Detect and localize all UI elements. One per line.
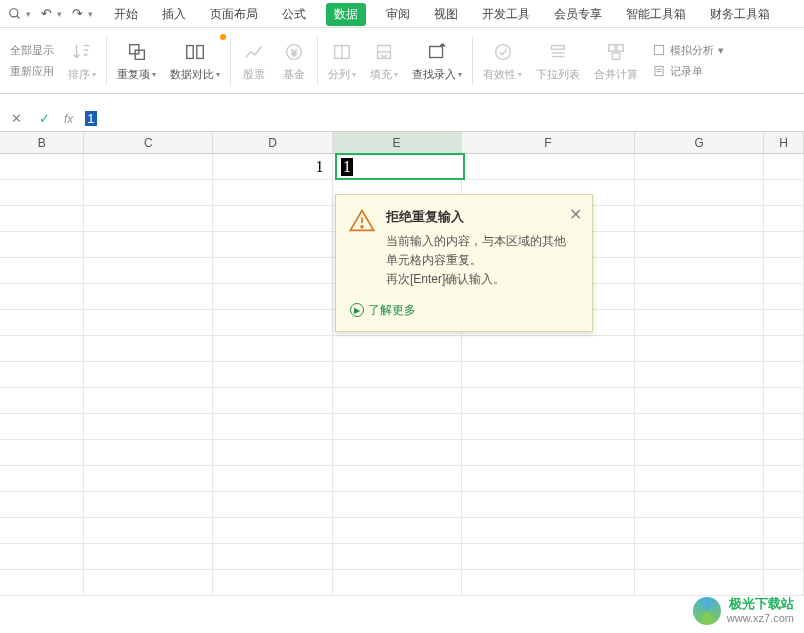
grid: 1 1 ✕ 拒绝重复输入 当前输入的内容，与本区域的其他单元格内容重复。 再次[…	[0, 154, 804, 596]
data-compare-button[interactable]: 数据对比▾	[164, 32, 226, 89]
chevron-down-icon: ▾	[458, 70, 462, 79]
find-input-button[interactable]: 查找录入▾	[406, 32, 468, 89]
watermark-icon	[693, 597, 721, 625]
svg-text:¥: ¥	[290, 48, 297, 58]
svg-rect-3	[135, 50, 144, 59]
dropdown-icon	[545, 39, 571, 65]
data-compare-label: 数据对比	[170, 67, 214, 82]
stock-label: 股票	[243, 67, 265, 82]
chevron-down-icon: ▾	[352, 70, 356, 79]
col-header-c[interactable]: C	[84, 132, 213, 153]
col-header-g[interactable]: G	[635, 132, 764, 153]
close-button[interactable]: ✕	[569, 205, 582, 224]
col-header-h[interactable]: H	[764, 132, 804, 153]
ribbon-filter-group: 全部显示 重新应用	[4, 32, 60, 89]
svg-rect-2	[129, 45, 138, 54]
fund-label: 基金	[283, 67, 305, 82]
column-headers: B C D E F G H	[0, 132, 804, 154]
grid-row[interactable]	[0, 388, 804, 414]
grid-row[interactable]	[0, 570, 804, 596]
confirm-button[interactable]: ✓	[36, 111, 52, 126]
svg-point-26	[361, 226, 363, 228]
popup-body: 当前输入的内容，与本区域的其他单元格内容重复。 再次[Enter]确认输入。	[386, 232, 576, 290]
ribbon-tabs: 开始 插入 页面布局 公式 数据 审阅 视图 开发工具 会员专享 智能工具箱 财…	[0, 0, 774, 28]
stock-button[interactable]: 股票	[235, 32, 273, 89]
tab-start[interactable]: 开始	[110, 2, 142, 27]
learn-more-label: 了解更多	[368, 302, 416, 319]
dropdown-label: 下拉列表	[536, 67, 580, 82]
separator	[230, 37, 231, 85]
split-button[interactable]: 分列▾	[322, 32, 362, 89]
sort-label: 排序	[68, 67, 90, 82]
validity-icon	[490, 39, 516, 65]
fill-button[interactable]: 填充▾	[364, 32, 404, 89]
chevron-down-icon: ▾	[394, 70, 398, 79]
cell[interactable]	[84, 154, 213, 179]
sort-button[interactable]: 排序▾	[62, 32, 102, 89]
popup-title: 拒绝重复输入	[386, 209, 576, 226]
svg-rect-4	[187, 46, 193, 59]
dropdown-button[interactable]: 下拉列表	[530, 32, 586, 89]
col-header-f[interactable]: F	[462, 132, 636, 153]
tab-smart-tools[interactable]: 智能工具箱	[622, 2, 690, 27]
ribbon-analysis-group: 模拟分析▾ 记录单	[646, 32, 730, 89]
fx-label[interactable]: fx	[64, 112, 73, 126]
cell[interactable]	[462, 154, 636, 179]
watermark-name: 极光下载站	[727, 596, 794, 612]
consolidate-label: 合并计算	[594, 67, 638, 82]
svg-rect-12	[430, 47, 443, 58]
svg-rect-14	[552, 46, 565, 50]
active-cell-e1[interactable]: 1	[335, 153, 465, 180]
watermark-url: www.xz7.com	[727, 612, 794, 625]
tab-finance-tools[interactable]: 财务工具箱	[706, 2, 774, 27]
consolidate-button[interactable]: 合并计算	[588, 32, 644, 89]
tab-member[interactable]: 会员专享	[550, 2, 606, 27]
separator	[317, 37, 318, 85]
tab-dev[interactable]: 开发工具	[478, 2, 534, 27]
grid-row[interactable]	[0, 362, 804, 388]
show-all-button[interactable]: 全部显示	[10, 43, 54, 58]
find-input-label: 查找录入	[412, 67, 456, 82]
chevron-down-icon: ▾	[92, 70, 96, 79]
duplicates-button[interactable]: 重复项▾	[111, 32, 162, 89]
cancel-button[interactable]: ✕	[8, 111, 24, 126]
col-header-e[interactable]: E	[333, 132, 462, 153]
fill-label: 填充	[370, 67, 392, 82]
reapply-button[interactable]: 重新应用	[10, 64, 54, 79]
validity-button[interactable]: 有效性▾	[477, 32, 528, 89]
ribbon: 全部显示 重新应用 排序▾ 重复项▾ 数据对比▾ 股票 ¥ 基金 分列▾ 填充▾…	[0, 28, 804, 94]
grid-row[interactable]	[0, 518, 804, 544]
cell[interactable]	[635, 154, 764, 179]
grid-row[interactable]	[0, 466, 804, 492]
chevron-down-icon: ▾	[152, 70, 156, 79]
col-header-d[interactable]: D	[213, 132, 332, 153]
grid-row[interactable]	[0, 492, 804, 518]
fund-button[interactable]: ¥ 基金	[275, 32, 313, 89]
learn-more-link[interactable]: ▶ 了解更多	[350, 302, 576, 319]
sim-analysis-button[interactable]: 模拟分析▾	[652, 43, 724, 58]
record-form-button[interactable]: 记录单	[652, 64, 724, 79]
col-header-b[interactable]: B	[0, 132, 84, 153]
tab-page-layout[interactable]: 页面布局	[206, 2, 262, 27]
duplicates-icon	[124, 39, 150, 65]
sort-icon	[69, 39, 95, 65]
grid-row[interactable]	[0, 336, 804, 362]
tab-data[interactable]: 数据	[326, 3, 366, 26]
svg-point-13	[495, 45, 510, 60]
tab-formula[interactable]: 公式	[278, 2, 310, 27]
cell[interactable]	[0, 154, 84, 179]
active-cell-value: 1	[341, 158, 353, 176]
grid-row[interactable]	[0, 544, 804, 570]
cell-d1[interactable]: 1	[213, 154, 332, 179]
duplicates-label: 重复项	[117, 67, 150, 82]
tab-view[interactable]: 视图	[430, 2, 462, 27]
formula-value[interactable]: 1	[85, 111, 96, 126]
grid-row[interactable]	[0, 414, 804, 440]
fill-icon	[371, 39, 397, 65]
stock-icon	[241, 39, 267, 65]
cell[interactable]	[764, 154, 804, 179]
tab-insert[interactable]: 插入	[158, 2, 190, 27]
tab-review[interactable]: 审阅	[382, 2, 414, 27]
consolidate-icon	[603, 39, 629, 65]
grid-row[interactable]	[0, 440, 804, 466]
